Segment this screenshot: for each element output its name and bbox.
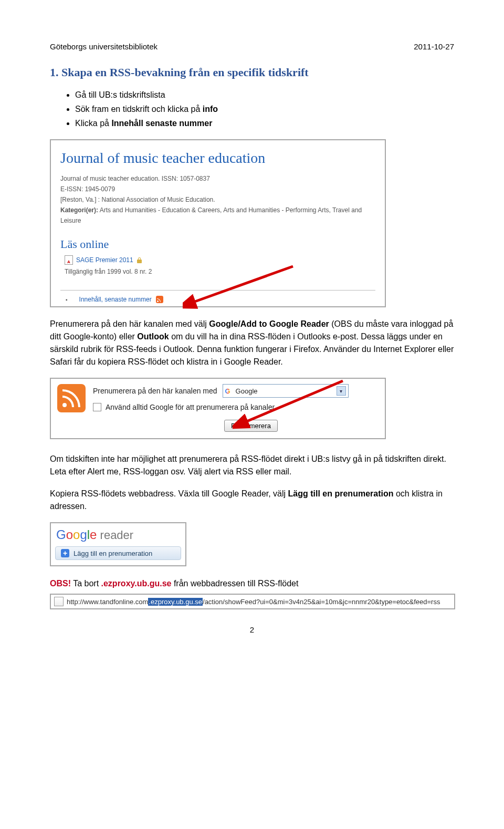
google-icon: G <box>225 387 233 395</box>
latest-issue-link[interactable]: Innehåll, senaste nummer <box>79 296 152 303</box>
pdf-icon: A <box>65 255 73 265</box>
google-reader-logo: Google reader <box>56 527 181 542</box>
list-item: Sök fram en tidskrift och klicka på info <box>75 103 454 116</box>
url-selected-part: .ezproxy.ub.gu.se <box>148 598 203 606</box>
divider <box>60 290 375 291</box>
body-paragraph: Prenumerera på den här kanalen med välj … <box>50 318 454 368</box>
address-bar-screenshot: http://www.tandfonline.com.ezproxy.ub.gu… <box>50 594 455 609</box>
read-online-heading: Läs online <box>60 237 375 251</box>
availability-text: Tillgänglig från 1999 vol. 8 nr. 2 <box>60 268 375 275</box>
checkbox-label: Använd alltid Google för att prenumerera… <box>106 403 276 411</box>
journal-metadata: Journal of music teacher education. ISSN… <box>60 174 375 226</box>
chevron-down-icon[interactable]: ▾ <box>337 386 346 396</box>
doc-header-left: Göteborgs universitetsbibliotek <box>50 42 158 51</box>
body-paragraph: Om tidskiften inte har möjlighet att pre… <box>50 453 454 478</box>
list-item: Klicka på Innehåll senaste nummer <box>75 117 454 130</box>
google-reader-screenshot: Google reader + Lägg till en prenumerati… <box>50 522 186 566</box>
page-number: 2 <box>50 625 454 634</box>
rss-icon[interactable] <box>156 296 163 303</box>
lock-icon <box>136 257 142 263</box>
subscribe-dialog-screenshot: Prenumerera på den här kanalen med G Goo… <box>50 378 386 439</box>
add-subscription-button[interactable]: + Lägg till en prenumeration <box>55 546 181 560</box>
page-icon <box>54 597 64 606</box>
plus-icon: + <box>61 549 69 557</box>
instruction-list: Gå till UB:s tidskriftslista Sök fram en… <box>50 89 454 130</box>
always-use-checkbox[interactable] <box>93 403 101 411</box>
list-item: Gå till UB:s tidskriftslista <box>75 89 454 102</box>
rss-icon <box>57 384 86 412</box>
url-text[interactable]: http://www.tandfonline.com.ezproxy.ub.gu… <box>67 598 440 606</box>
subscribe-button[interactable]: Prenumerera <box>224 420 278 432</box>
subscribe-label: Prenumerera på den här kanalen med <box>93 387 217 395</box>
journal-title[interactable]: Journal of music teacher education <box>60 150 375 167</box>
body-paragraph: Kopiera RSS-flödets webbadress. Växla ti… <box>50 488 454 513</box>
obs-note: OBS! Ta bort .ezproxy.ub.gu.se från webb… <box>50 579 454 588</box>
doc-header-right: 2011-10-27 <box>414 42 454 51</box>
journal-record-screenshot: Journal of music teacher education Journ… <box>50 139 386 307</box>
reader-select[interactable]: G Google ▾ <box>223 384 349 398</box>
page-title: 1. Skapa en RSS-bevakning från en specif… <box>50 66 454 79</box>
source-link[interactable]: SAGE Premier 2011 <box>76 256 133 264</box>
